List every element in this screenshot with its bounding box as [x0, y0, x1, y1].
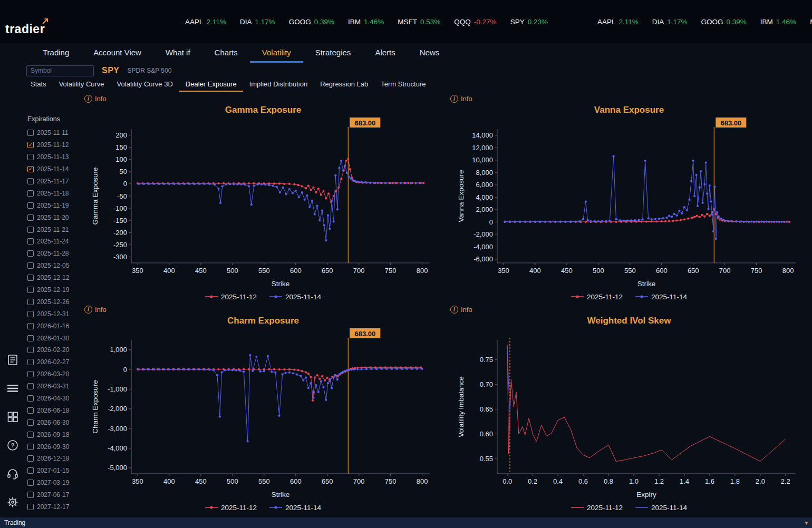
legend-item[interactable]: 2025-11-12 [571, 504, 623, 512]
nav-item-volatility[interactable]: Volatility [250, 43, 303, 63]
expiration-row[interactable]: 2026-03-20 [27, 368, 80, 380]
info-button[interactable]: i Info [84, 304, 107, 315]
gamma-exposure-chart[interactable]: 200150100500-50-100-150-200-250-30035040… [89, 116, 437, 290]
subtab-regression-lab[interactable]: Regression Lab [314, 79, 374, 92]
expiration-row[interactable]: 2027-03-19 [27, 477, 80, 489]
expiration-checkbox[interactable] [27, 311, 34, 317]
expiration-checkbox[interactable] [27, 371, 34, 377]
expiration-row[interactable]: 2025-11-20 [27, 211, 80, 223]
info-button[interactable]: i Info [450, 304, 472, 315]
nav-item-news[interactable]: News [408, 43, 452, 63]
expiration-checkbox[interactable] [27, 455, 34, 462]
legend-item[interactable]: 2025-11-12 [205, 293, 257, 301]
expiration-row[interactable]: 2025-12-12 [27, 272, 80, 284]
status-dropdown-caret[interactable]: ▾ [805, 520, 808, 526]
subtab-implied-distribution[interactable]: Implied Distribution [243, 79, 314, 92]
expiration-checkbox[interactable] [27, 444, 34, 450]
expiration-checkbox[interactable] [27, 335, 34, 341]
support-button[interactable] [6, 467, 20, 481]
expiration-checkbox[interactable] [27, 407, 34, 414]
expiration-checkbox[interactable] [27, 383, 34, 389]
nav-item-charts[interactable]: Charts [202, 43, 250, 63]
expiration-row[interactable]: 2026-02-20 [27, 344, 80, 356]
vanna-exposure-chart[interactable]: 14,00012,00010,0008,0006,0004,0002,0000-… [455, 116, 803, 290]
expiration-row[interactable]: 2026-04-30 [27, 393, 80, 405]
expiration-checkbox[interactable] [27, 275, 34, 281]
expiration-row[interactable]: 2026-06-30 [27, 416, 80, 428]
expiration-checkbox[interactable] [27, 467, 34, 474]
expiration-row[interactable]: 2027-01-15 [27, 465, 80, 477]
menu-button[interactable] [6, 382, 20, 395]
expiration-checkbox[interactable] [27, 202, 34, 209]
subtab-term-structure[interactable]: Term Structure [374, 79, 432, 92]
legend-item[interactable]: 2025-11-14 [269, 504, 321, 512]
expiration-checkbox[interactable] [27, 419, 34, 426]
expiration-checkbox[interactable] [27, 250, 34, 257]
expiration-row[interactable]: 2027-12-17 [27, 501, 80, 513]
expiration-checkbox[interactable] [27, 492, 34, 498]
legend-item[interactable]: 2025-11-14 [635, 293, 687, 301]
expiration-row[interactable]: 2025-11-17 [27, 175, 80, 188]
apps-grid-button[interactable] [6, 410, 20, 424]
expiration-row[interactable]: 2025-12-26 [27, 296, 80, 308]
subtab-dealer-exposure[interactable]: Dealer Exposure [179, 79, 243, 92]
expiration-checkbox[interactable] [27, 432, 34, 438]
expiration-row[interactable]: 2026-01-30 [27, 332, 80, 344]
expiration-row[interactable]: 2027-06-17 [27, 489, 80, 501]
expiration-checkbox[interactable] [27, 359, 34, 365]
help-button[interactable]: ? [6, 438, 20, 452]
news-feed-button[interactable] [6, 353, 20, 367]
expiration-row[interactable]: 2026-06-18 [27, 404, 80, 416]
nav-item-strategies[interactable]: Strategies [303, 43, 363, 63]
expiration-checkbox[interactable] [27, 262, 34, 269]
expiration-row[interactable]: 2026-01-16 [27, 320, 80, 332]
expiration-checkbox[interactable] [27, 190, 34, 197]
expiration-checkbox[interactable] [27, 130, 34, 136]
expiration-checkbox[interactable] [27, 347, 34, 353]
weighted-ivol-skew-chart[interactable]: 0.750.700.650.600.550.00.20.40.60.81.01.… [455, 327, 803, 501]
expiration-row[interactable]: 2025-11-28 [27, 248, 80, 260]
expiration-row[interactable]: 2026-09-18 [27, 428, 80, 441]
expiration-row[interactable]: 2025-11-11 [27, 127, 80, 139]
legend-item[interactable]: 2025-11-12 [205, 504, 257, 512]
expiration-checkbox[interactable] [27, 504, 34, 510]
expiration-checkbox[interactable]: ✓ [27, 142, 34, 148]
expiration-row[interactable]: ✓2025-11-14 [27, 163, 80, 175]
expiration-checkbox[interactable] [27, 227, 34, 233]
expiration-checkbox[interactable] [27, 299, 34, 305]
info-button[interactable]: i Info [84, 93, 107, 104]
expiration-checkbox[interactable] [27, 238, 34, 245]
settings-button[interactable] [6, 495, 20, 509]
expiration-row[interactable]: ✓2025-11-12 [27, 139, 80, 151]
tradier-logo[interactable]: tradier [5, 22, 45, 36]
expiration-checkbox[interactable] [27, 178, 34, 184]
expiration-checkbox[interactable] [27, 323, 34, 329]
nav-item-account-view[interactable]: Account View [81, 43, 153, 63]
info-button[interactable]: i Info [450, 93, 472, 104]
expiration-row[interactable]: 2025-12-31 [27, 308, 80, 320]
expiration-row[interactable]: 2025-11-13 [27, 151, 80, 163]
expiration-checkbox[interactable] [27, 480, 34, 486]
expiration-checkbox[interactable] [27, 154, 34, 160]
nav-item-alerts[interactable]: Alerts [363, 43, 407, 63]
expiration-row[interactable]: 2025-11-19 [27, 199, 80, 211]
legend-item[interactable]: 2025-11-14 [635, 504, 687, 512]
expiration-row[interactable]: 2025-11-24 [27, 236, 80, 248]
expiration-checkbox[interactable] [27, 287, 34, 293]
expiration-row[interactable]: 2025-12-19 [27, 284, 80, 296]
subtab-volatility-curve-3d[interactable]: Volatility Curve 3D [111, 79, 179, 92]
expiration-row[interactable]: 2026-03-31 [27, 380, 80, 393]
expiration-checkbox[interactable]: ✓ [27, 166, 34, 172]
expiration-row[interactable]: 2026-09-30 [27, 441, 80, 453]
expiration-checkbox[interactable] [27, 395, 34, 402]
subtab-volatility-curve[interactable]: Volatility Curve [53, 79, 111, 92]
expiration-row[interactable]: 2025-11-18 [27, 187, 80, 199]
expiration-checkbox[interactable] [27, 214, 34, 221]
expiration-row[interactable]: 2026-12-18 [27, 453, 80, 465]
legend-item[interactable]: 2025-11-14 [269, 293, 321, 301]
legend-item[interactable]: 2025-11-12 [571, 293, 623, 301]
subtab-stats[interactable]: Stats [24, 79, 53, 92]
expiration-row[interactable]: 2025-11-21 [27, 223, 80, 236]
nav-item-what-if[interactable]: What if [153, 43, 202, 63]
expiration-row[interactable]: 2025-12-05 [27, 260, 80, 272]
